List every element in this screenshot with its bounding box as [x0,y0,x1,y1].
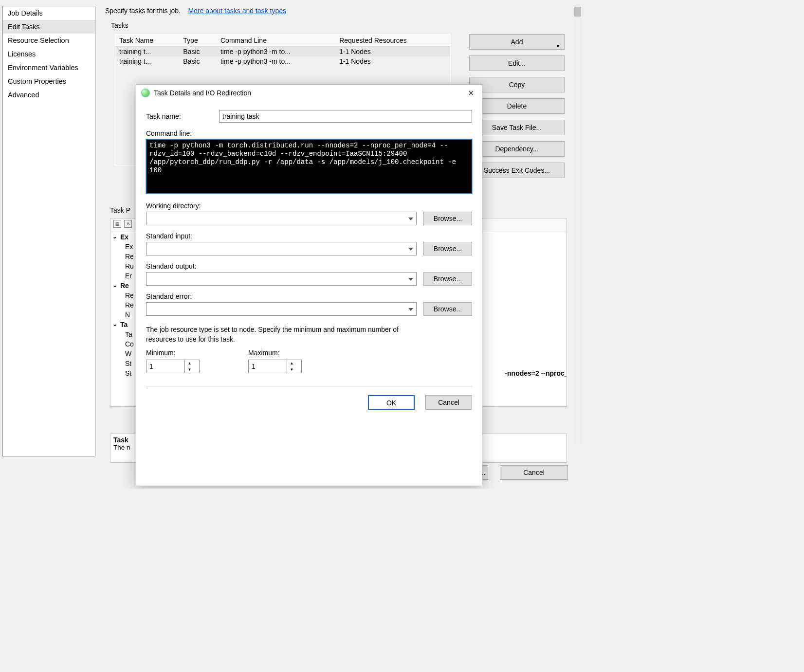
task-details-dialog: Task Details and I/O Redirection ✕ Task … [136,84,482,486]
nav-item-edit-tasks[interactable]: Edit Tasks [3,20,95,34]
col-task-name[interactable]: Task Name [115,35,179,47]
nav-item-custom-props[interactable]: Custom Properties [3,74,95,88]
ok-button[interactable]: OK [368,395,415,410]
spinner-arrows[interactable]: ▲▼ [184,360,194,373]
col-cmd[interactable]: Command Line [217,35,335,47]
working-dir-label: Working directory: [146,202,472,210]
cell-res: 1-1 Nodes [335,47,450,57]
cell-cmd: time -p python3 -m to... [217,47,335,57]
save-task-file-button[interactable]: Save Task File... [469,120,565,135]
stderr-input[interactable] [146,302,417,316]
maximum-stepper[interactable]: ▲▼ [248,360,302,373]
chevron-down-icon[interactable]: ▼ [287,366,296,373]
task-name-input[interactable] [219,110,472,123]
col-res[interactable]: Requested Resources [335,35,450,47]
nav-item-job-details[interactable]: Job Details [3,6,95,20]
command-line-textarea[interactable] [146,139,472,194]
task-name-label: Task name: [146,112,219,120]
chevron-up-icon[interactable]: ▲ [185,360,194,366]
working-dir-input[interactable] [146,212,417,225]
page-hint-text: Specify tasks for this job. [105,7,181,15]
stderr-browse-button[interactable]: Browse... [423,302,472,316]
resource-note: The job resource type is set to node. Sp… [146,325,419,344]
main-vertical-scrollbar[interactable] [574,6,582,444]
command-line-peek: -nnodes=2 --nproc_pe [505,369,566,377]
propgrid-az-icon[interactable]: A [124,220,132,228]
chevron-up-icon[interactable]: ▲ [287,360,296,366]
cell-type: Basic [179,56,217,66]
nav-item-advanced[interactable]: Advanced [3,88,95,102]
command-line-label: Command line: [146,129,472,137]
left-nav: Job Details Edit Tasks Resource Selectio… [2,6,95,456]
dialog-titlebar: Task Details and I/O Redirection ✕ [136,85,482,101]
stdin-browse-button[interactable]: Browse... [423,242,472,255]
stdin-label: Standard input: [146,232,472,240]
cell-name: training t... [115,47,179,57]
stdout-browse-button[interactable]: Browse... [423,272,472,286]
task-buttons: Add Edit... Copy Delete Save Task File..… [469,34,565,184]
table-row[interactable]: training t... Basic time -p python3 -m t… [115,56,450,66]
stdin-input[interactable] [146,242,417,255]
cell-type: Basic [179,47,217,57]
maximum-input[interactable] [249,362,287,371]
stdout-label: Standard output: [146,262,472,270]
tasks-group-label: Tasks [111,21,128,29]
close-icon[interactable]: ✕ [465,89,477,98]
delete-button[interactable]: Delete [469,98,565,114]
dialog-title-text: Task Details and I/O Redirection [154,89,251,97]
dependency-button[interactable]: Dependency... [469,141,565,157]
stderr-label: Standard error: [146,292,472,300]
chevron-down-icon[interactable]: ▼ [185,366,194,373]
working-dir-browse-button[interactable]: Browse... [423,212,472,225]
minimum-stepper[interactable]: ▲▼ [146,360,200,373]
minimum-input[interactable] [146,362,184,371]
minimum-label: Minimum: [146,349,200,357]
cell-res: 1-1 Nodes [335,56,450,66]
app-root: Job Details Edit Tasks Resource Selectio… [0,0,584,489]
cell-cmd: time -p python3 -m to... [217,56,335,66]
scrollbar-thumb[interactable] [574,7,581,17]
tasks-table[interactable]: Task Name Type Command Line Requested Re… [115,35,450,66]
dialog-footer: OK Cancel [136,386,482,410]
propgrid-categorized-icon[interactable]: ▤ [113,220,121,228]
cancel-button[interactable]: Cancel [500,465,568,480]
spinner-arrows[interactable]: ▲▼ [287,360,296,373]
add-button[interactable]: Add [469,34,565,50]
page-hint: Specify tasks for this job. More about t… [105,7,582,15]
task-properties-label: Task P [110,206,130,214]
exit-codes-button[interactable]: Success Exit Codes... [469,163,565,178]
stdout-input[interactable] [146,272,417,286]
dialog-cancel-button[interactable]: Cancel [425,395,472,410]
nav-item-resource-selection[interactable]: Resource Selection [3,34,95,47]
nav-item-licenses[interactable]: Licenses [3,47,95,61]
cell-name: training t... [115,56,179,66]
edit-button[interactable]: Edit... [469,55,565,71]
minmax-row: Minimum: ▲▼ Maximum: ▲▼ [146,349,472,373]
help-link[interactable]: More about tasks and task types [188,7,286,15]
nav-item-env-vars[interactable]: Environment Variables [3,61,95,74]
task-icon [141,89,150,97]
copy-button[interactable]: Copy [469,77,565,92]
table-row[interactable]: training t... Basic time -p python3 -m t… [115,47,450,57]
dialog-body: Task name: Command line: Working directo… [136,101,482,386]
maximum-label: Maximum: [248,349,302,357]
col-type[interactable]: Type [179,35,217,47]
